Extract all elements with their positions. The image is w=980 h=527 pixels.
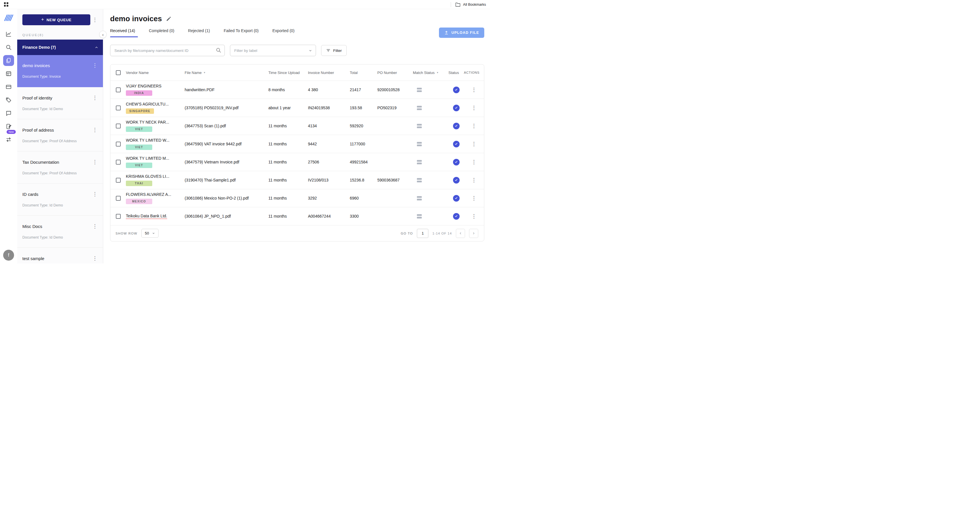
- total-cell: 193.58: [350, 105, 377, 110]
- select-all-checkbox[interactable]: [116, 70, 121, 75]
- tab-3[interactable]: Failed To Export (0): [224, 29, 259, 37]
- invoice-number-cell: 3292: [308, 196, 350, 201]
- queue-item[interactable]: Tax Documentation⋮Document Type: Proof O…: [17, 151, 103, 183]
- search-nav-icon[interactable]: [3, 42, 14, 53]
- billing-icon[interactable]: [3, 81, 14, 92]
- vendor-name: CHEW'S AGRICULTU...: [126, 102, 169, 107]
- new-queue-label: NEW QUEUE: [46, 18, 72, 22]
- row-actions-kebab[interactable]: ⋮: [469, 105, 479, 111]
- tag-icon[interactable]: [3, 95, 14, 105]
- status-approved-icon: [453, 123, 460, 129]
- row-checkbox[interactable]: [116, 178, 121, 183]
- queue-item-kebab[interactable]: ⋮: [90, 159, 100, 165]
- row-checkbox[interactable]: [116, 142, 121, 146]
- bookmarks-label[interactable]: All Bookmarks: [463, 3, 486, 6]
- tab-1[interactable]: Completed (0): [149, 29, 174, 37]
- filters-row: Filter by label Filter: [110, 45, 484, 56]
- time-since-upload-cell: 11 months: [268, 178, 308, 182]
- edit-title-icon[interactable]: [166, 16, 172, 22]
- help-avatar[interactable]: f: [3, 250, 14, 261]
- queue-item[interactable]: Proof of address⋮Document Type: Proof Of…: [17, 119, 103, 151]
- row-checkbox[interactable]: [116, 160, 121, 165]
- row-actions-kebab[interactable]: ⋮: [469, 195, 479, 201]
- row-checkbox[interactable]: [116, 196, 121, 201]
- time-since-upload-cell: 11 months: [268, 124, 308, 128]
- file-name-cell: (3705185) PO502319_INV.pdf: [185, 105, 268, 110]
- page-size-select[interactable]: 50: [142, 229, 158, 238]
- queue-item-kebab[interactable]: ⋮: [90, 127, 100, 133]
- sort-icon[interactable]: ▼: [203, 72, 205, 74]
- sort-icon[interactable]: ▼: [436, 72, 439, 74]
- time-since-upload-cell: 11 months: [268, 214, 308, 218]
- search-icon[interactable]: [216, 47, 221, 54]
- row-checkbox[interactable]: [116, 88, 121, 92]
- show-row-label: SHOW ROW: [116, 232, 137, 235]
- transfer-icon[interactable]: [3, 134, 14, 145]
- table-nav-icon[interactable]: [3, 68, 14, 79]
- table-row[interactable]: VIJAY ENGINEERSINDIAhandwritten.PDF8 mon…: [110, 81, 484, 99]
- table-row[interactable]: Teikoku Data Bank Ltd.(3061084) JP_NPO_1…: [110, 207, 484, 225]
- app-logo[interactable]: [3, 13, 14, 23]
- row-actions-kebab[interactable]: ⋮: [469, 159, 479, 165]
- documents-nav-icon[interactable]: [3, 55, 14, 66]
- queue-item-kebab[interactable]: ⋮: [90, 62, 100, 68]
- row-checkbox[interactable]: [116, 105, 121, 110]
- table-row[interactable]: WORK TY LIMITED M...VIET(3647579) Vietna…: [110, 153, 484, 171]
- analytics-icon[interactable]: [3, 29, 14, 40]
- table-row[interactable]: WORK TY LIMITED W...VIET(3647590) VAT in…: [110, 135, 484, 153]
- queue-item[interactable]: ID cards⋮Document Type: Id Demo: [17, 183, 103, 216]
- po-number-cell: 5900363687: [377, 178, 413, 182]
- queue-item-subtitle: Document Type: Id Demo: [22, 107, 100, 111]
- filter-button[interactable]: Filter: [321, 45, 347, 56]
- label-filter-select[interactable]: Filter by label: [230, 45, 316, 56]
- queue-item-kebab[interactable]: ⋮: [90, 95, 100, 101]
- new-queue-button[interactable]: + NEW QUEUE: [22, 14, 90, 25]
- table-footer: SHOW ROW 50 GO TO 1-14 OF 14 ‹ ›: [110, 225, 484, 241]
- row-checkbox[interactable]: [116, 214, 121, 219]
- queue-item[interactable]: Proof of identity⋮Document Type: Id Demo: [17, 87, 103, 119]
- invoice-number-cell: 27506: [308, 160, 350, 164]
- sidebar-collapse-button[interactable]: ‹: [99, 31, 107, 38]
- tab-0[interactable]: Received (14): [110, 29, 135, 37]
- invoice-number-cell: 4134: [308, 124, 350, 128]
- queue-item-kebab[interactable]: ⋮: [90, 223, 100, 229]
- annotate-icon[interactable]: New: [3, 121, 14, 132]
- upload-file-label: UPLOAD FILE: [451, 31, 479, 35]
- table-row[interactable]: CHEW'S AGRICULTU...SINGAPORE(3705185) PO…: [110, 99, 484, 117]
- go-to-page-input[interactable]: [417, 229, 428, 238]
- status-approved-icon: [453, 177, 460, 183]
- table-row[interactable]: KRISHMA GLOVES LI...THAI(3190470) Thai-S…: [110, 171, 484, 189]
- row-checkbox[interactable]: [116, 124, 121, 129]
- queue-item-label: Misc Docs: [22, 224, 42, 229]
- queue-item-kebab[interactable]: ⋮: [90, 255, 100, 261]
- tab-2[interactable]: Rejected (1): [188, 29, 210, 37]
- queue-item-kebab[interactable]: ⋮: [90, 191, 100, 197]
- table-row[interactable]: FLOWERS ALVAREZ A...MEXICO(3061086) Mexi…: [110, 189, 484, 207]
- queue-item-list: demo invoices⋮Document Type: InvoiceProo…: [17, 55, 103, 263]
- upload-file-button[interactable]: UPLOAD FILE: [439, 27, 484, 38]
- tab-4[interactable]: Exported (0): [272, 29, 294, 37]
- vendor-country-tag: VIET: [126, 145, 152, 150]
- next-page-button[interactable]: ›: [469, 229, 478, 238]
- search-input[interactable]: [110, 45, 225, 56]
- chat-icon[interactable]: [3, 108, 14, 119]
- vendor-name: VIJAY ENGINEERS: [126, 84, 161, 88]
- previous-page-button[interactable]: ‹: [456, 229, 465, 238]
- table-row[interactable]: WORK TY NECK PAR...VIET(3647753) Scan (1…: [110, 117, 484, 135]
- status-approved-icon: [453, 105, 460, 111]
- app-shell: New f + NEW QUEUE ⋮ QUEUE(8) ‹ Finance D…: [0, 9, 490, 263]
- row-actions-kebab[interactable]: ⋮: [469, 177, 479, 183]
- queue-item[interactable]: demo invoices⋮Document Type: Invoice: [17, 55, 103, 87]
- queue-item[interactable]: Misc Docs⋮Document Type: Id Demo: [17, 216, 103, 248]
- apps-grid-icon[interactable]: [4, 2, 8, 6]
- queue-item[interactable]: test sample⋮: [17, 248, 103, 263]
- row-actions-kebab[interactable]: ⋮: [469, 141, 479, 147]
- row-actions-kebab[interactable]: ⋮: [469, 123, 479, 129]
- queue-section-kebab[interactable]: ⋮: [90, 17, 100, 23]
- queue-item-label: Tax Documentation: [22, 160, 59, 165]
- label-filter-placeholder: Filter by label: [234, 48, 257, 53]
- row-actions-kebab[interactable]: ⋮: [469, 213, 479, 219]
- row-actions-kebab[interactable]: ⋮: [469, 87, 479, 93]
- queue-group-header[interactable]: Finance Demo (7): [17, 40, 103, 55]
- pagination-range: 1-14 OF 14: [433, 232, 452, 235]
